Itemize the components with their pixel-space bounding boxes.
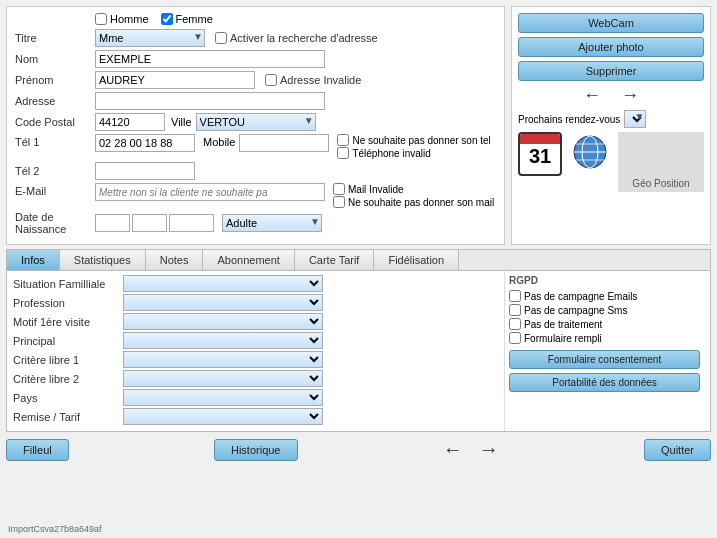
femme-checkbox[interactable] bbox=[161, 13, 173, 25]
homme-checkbox[interactable] bbox=[95, 13, 107, 25]
info-row-1: Profession bbox=[13, 294, 498, 311]
right-panel: WebCam Ajouter photo Supprimer ← → Proch… bbox=[511, 6, 711, 245]
femme-gender[interactable]: Femme bbox=[161, 13, 213, 25]
info-row-2: Motif 1ère visite bbox=[13, 313, 498, 330]
info-row-7: Remise / Tarif bbox=[13, 408, 498, 425]
dob-day[interactable] bbox=[95, 214, 130, 232]
tab-abonnement[interactable]: Abonnement bbox=[203, 250, 294, 270]
tab-notes[interactable]: Notes bbox=[146, 250, 204, 270]
nav-arrows: ← → bbox=[518, 85, 704, 106]
tab-fidelisation[interactable]: Fidélisation bbox=[374, 250, 459, 270]
no-mail-check[interactable]: Ne souhaite pas donner son mail bbox=[333, 196, 494, 208]
info-select-1[interactable] bbox=[123, 294, 323, 311]
no-tel-check[interactable]: Ne souhaite pas donner son tel bbox=[337, 134, 490, 146]
tab-carte-tarif[interactable]: Carte Tarif bbox=[295, 250, 375, 270]
info-label-3: Principal bbox=[13, 335, 123, 347]
info-select-2[interactable] bbox=[123, 313, 323, 330]
no-tel-label: Ne souhaite pas donner son tel bbox=[352, 135, 490, 146]
tel1-input[interactable] bbox=[95, 134, 195, 152]
info-select-4[interactable] bbox=[123, 351, 323, 368]
mail-invalide-checkbox[interactable] bbox=[333, 183, 345, 195]
add-photo-button[interactable]: Ajouter photo bbox=[518, 37, 704, 57]
no-mail-checkbox[interactable] bbox=[333, 196, 345, 208]
rgpd-label-0: Pas de campagne Emails bbox=[524, 291, 637, 302]
mobile-input[interactable] bbox=[239, 134, 329, 152]
rgpd-checkbox-0[interactable] bbox=[509, 290, 521, 302]
info-row-5: Critère libre 2 bbox=[13, 370, 498, 387]
tel1-label: Tél 1 bbox=[15, 136, 95, 148]
info-select-5[interactable] bbox=[123, 370, 323, 387]
address-check-group[interactable]: Activer la recherche d'adresse bbox=[215, 32, 378, 44]
adulte-select-wrapper: Adulte Enfant ▼ bbox=[222, 214, 322, 232]
rgpd-checkbox-3[interactable] bbox=[509, 332, 521, 344]
quitter-button[interactable]: Quitter bbox=[644, 439, 711, 461]
rgpd-label-2: Pas de traitement bbox=[524, 319, 602, 330]
rgpd-label-1: Pas de campagne Sms bbox=[524, 305, 627, 316]
import-text: ImportCsva27b8a649af bbox=[8, 524, 102, 534]
tel-invalide-checkbox[interactable] bbox=[337, 147, 349, 159]
info-select-0[interactable] bbox=[123, 275, 323, 292]
address-check-checkbox[interactable] bbox=[215, 32, 227, 44]
email-label: E-Mail bbox=[15, 185, 95, 197]
rv-select-wrapper: ▼ bbox=[624, 110, 646, 128]
info-row-0: Situation Familliale bbox=[13, 275, 498, 292]
formulaire-consentement-button[interactable]: Formulaire consentement bbox=[509, 350, 700, 369]
femme-label: Femme bbox=[176, 13, 213, 25]
rgpd-check-2[interactable]: Pas de traitement bbox=[509, 318, 700, 330]
dob-month[interactable] bbox=[132, 214, 167, 232]
tel-invalide-label: Téléphone invalid bbox=[352, 148, 430, 159]
info-label-0: Situation Familliale bbox=[13, 278, 123, 290]
footer-left-arrow[interactable]: ← bbox=[443, 438, 463, 461]
rv-select[interactable] bbox=[624, 110, 646, 128]
footer-right-arrow[interactable]: → bbox=[479, 438, 499, 461]
adresse-invalide-checkbox[interactable] bbox=[265, 74, 277, 86]
rgpd-checkbox-1[interactable] bbox=[509, 304, 521, 316]
nom-input[interactable] bbox=[95, 50, 325, 68]
historique-button[interactable]: Historique bbox=[214, 439, 298, 461]
right-arrow-button[interactable]: → bbox=[621, 85, 639, 106]
titre-label: Titre bbox=[15, 32, 95, 44]
rgpd-title: RGPD bbox=[509, 275, 700, 286]
nom-label: Nom bbox=[15, 53, 95, 65]
left-arrow-button[interactable]: ← bbox=[583, 85, 601, 106]
info-label-6: Pays bbox=[13, 392, 123, 404]
titre-select[interactable]: Mme M. Dr Prof bbox=[95, 29, 205, 47]
rgpd-check-1[interactable]: Pas de campagne Sms bbox=[509, 304, 700, 316]
filleul-button[interactable]: Filleul bbox=[6, 439, 69, 461]
info-label-1: Profession bbox=[13, 297, 123, 309]
info-row-4: Critère libre 1 bbox=[13, 351, 498, 368]
email-input[interactable] bbox=[95, 183, 325, 201]
tabs-bar: Infos Statistiques Notes Abonnement Cart… bbox=[6, 249, 711, 270]
ville-select[interactable]: VERTOU NANTES bbox=[196, 113, 316, 131]
webcam-button[interactable]: WebCam bbox=[518, 13, 704, 33]
calendar-geo-row: 31 Géo Position bbox=[518, 132, 704, 192]
info-select-7[interactable] bbox=[123, 408, 323, 425]
info-select-6[interactable] bbox=[123, 389, 323, 406]
info-form: Situation Familliale Profession Motif 1è… bbox=[13, 271, 498, 431]
geo-label: Géo Position bbox=[632, 178, 689, 189]
tel-invalide-check[interactable]: Téléphone invalid bbox=[337, 147, 490, 159]
globe-icon bbox=[570, 132, 610, 172]
calendar-icon: 31 bbox=[518, 132, 562, 176]
rgpd-check-0[interactable]: Pas de campagne Emails bbox=[509, 290, 700, 302]
rgpd-panel: RGPD Pas de campagne Emails Pas de campa… bbox=[504, 271, 704, 431]
supprimer-button[interactable]: Supprimer bbox=[518, 61, 704, 81]
no-tel-checkbox[interactable] bbox=[337, 134, 349, 146]
info-select-3[interactable] bbox=[123, 332, 323, 349]
mail-invalide-check[interactable]: Mail Invalide bbox=[333, 183, 494, 195]
tab-infos[interactable]: Infos bbox=[7, 250, 60, 270]
rgpd-checkbox-2[interactable] bbox=[509, 318, 521, 330]
rgpd-check-3[interactable]: Formulaire rempli bbox=[509, 332, 700, 344]
tab-statistiques[interactable]: Statistiques bbox=[60, 250, 146, 270]
cp-input[interactable] bbox=[95, 113, 165, 131]
portabilite-button[interactable]: Portabilité des données bbox=[509, 373, 700, 392]
prenom-input[interactable] bbox=[95, 71, 255, 89]
tel2-input[interactable] bbox=[95, 162, 195, 180]
adresse-invalide-check[interactable]: Adresse Invalide bbox=[265, 74, 361, 86]
adresse-input[interactable] bbox=[95, 92, 325, 110]
tabs-section: Infos Statistiques Notes Abonnement Cart… bbox=[0, 249, 717, 270]
prenom-label: Prénom bbox=[15, 74, 95, 86]
adulte-select[interactable]: Adulte Enfant bbox=[222, 214, 322, 232]
homme-gender[interactable]: Homme bbox=[95, 13, 149, 25]
dob-year[interactable] bbox=[169, 214, 214, 232]
